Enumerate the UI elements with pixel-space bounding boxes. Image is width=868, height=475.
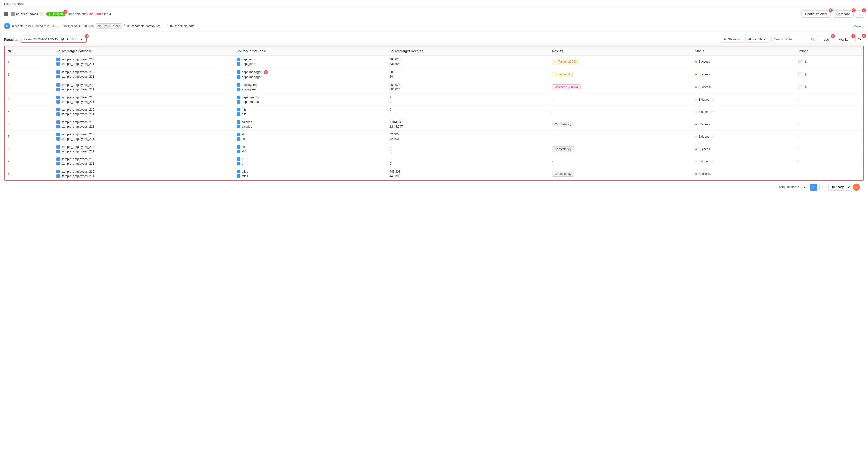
more-details-button[interactable]: More ∨ (854, 24, 864, 28)
configure-alert-button[interactable]: Configure Alert (801, 10, 831, 18)
time-selector-wrapper: Latest: 2023-10-11 15:15:51(UTC +08:... … (21, 36, 86, 43)
record-target: 0 (389, 150, 546, 153)
row-actions: - (795, 143, 864, 155)
per-page-select[interactable]: 10 / page (828, 184, 851, 190)
status-text: Skipped (699, 160, 709, 163)
status-badge: Finished (46, 12, 65, 17)
page-1-button[interactable]: 1 (810, 184, 817, 191)
breadcrumb-separator: / (12, 2, 12, 5)
compare-button[interactable]: Compare (833, 10, 854, 18)
tbl-icon-source (237, 132, 240, 136)
row-records: 0 0 (386, 155, 549, 168)
record-target: 0 (389, 113, 546, 116)
pagination: Total 10 Items ‹ 1 › 10 / page N (4, 181, 864, 194)
job-icon-1 (4, 12, 8, 16)
copy-icon[interactable]: ▦ (40, 12, 43, 16)
tbl-target-name: t (242, 162, 243, 166)
tbl-source-name: salaries (242, 120, 252, 124)
row-result: Consistency (549, 168, 692, 180)
results-header: Results Latest: 2023-10-11 15:15:51(UTC … (4, 36, 864, 43)
prev-page-button[interactable]: ‹ (801, 184, 808, 191)
db-source-name: sample_employees_210 (61, 157, 94, 161)
monitor-badge: 7 (851, 34, 856, 38)
skipped-dot: ● (695, 110, 697, 114)
table-row: 3 sample_employees_210 sample_employees_… (4, 81, 864, 93)
info-icon[interactable]: ⓘ (711, 159, 714, 164)
skip-label: Skip 4 (102, 12, 111, 16)
target-arrow: └ (167, 24, 169, 28)
tbl-target-name: titles (242, 174, 248, 178)
action-dash: - (798, 122, 799, 126)
table-row: 7 sample_employees_210 sample_employees_… (4, 130, 864, 143)
table-row: 5 sample_employees_210 sample_employees_… (4, 106, 864, 118)
header-bar: cd-s2cs6bd4d4 ▦ Finished 1 Inconsistency… (0, 8, 868, 21)
user-info: ninedata-test1 Created at 2023-10-11 15:… (12, 24, 94, 28)
row-no: 10 (4, 168, 53, 180)
next-page-button[interactable]: › (819, 184, 826, 191)
chevron-down-icon: ▼ (80, 38, 83, 41)
col-table: Source/Target Table (234, 47, 386, 56)
compare-wrapper: Compare 3 (833, 10, 854, 18)
row-status: ●Skipped ⓘ (692, 93, 794, 106)
download-icon[interactable]: ⬇ (804, 85, 807, 89)
view-detail-icon[interactable]: 📄 (798, 59, 803, 64)
time-selector[interactable]: Latest: 2023-10-11 15:15:51(UTC +08:... … (21, 36, 86, 43)
db-source-name: sample_employees_210 (61, 70, 94, 74)
row-actions: - (795, 168, 864, 180)
row-table: titles titles (234, 168, 386, 180)
row-result: In Target: 23580 (549, 56, 692, 68)
row-no: 8 (4, 143, 53, 155)
row-no: 7 (4, 130, 53, 143)
record-target: 2,844,047 (389, 125, 546, 128)
info-icon[interactable]: ⓘ (711, 110, 714, 114)
table-row: 8 sample_employees_210 sample_employees_… (4, 143, 864, 155)
info-icon[interactable]: ⓘ (711, 135, 714, 139)
row-records: 20 24 (386, 68, 549, 81)
row-table: sb sb (234, 130, 386, 143)
table-body: 1 sample_employees_210 sample_employees_… (4, 56, 864, 180)
info-icon[interactable]: ⓘ (711, 97, 714, 101)
monitor-wrapper: Monitor 7 (835, 36, 854, 43)
search-box[interactable]: 🔍 (771, 36, 818, 43)
tbl-source-name: employees (242, 83, 256, 87)
row-actions: - (795, 130, 864, 143)
row-status: ●Skipped ⓘ (692, 155, 794, 168)
view-detail-icon[interactable]: 📄 (798, 72, 803, 77)
tbl-target-name: sb1 (242, 150, 247, 153)
tbl-icon-target (237, 62, 240, 66)
db-target-name: sample_employees_211 (61, 88, 94, 91)
download-icon[interactable]: ⬇ (804, 59, 807, 64)
row-db: sample_employees_210 sample_employees_21… (53, 168, 234, 180)
results-table: NO. Source/Target Database Source/Target… (4, 47, 864, 180)
result-badge: In Target: 4 (552, 71, 572, 77)
log-wrapper: Log 6 (820, 36, 833, 43)
tbl-icon-target (237, 88, 240, 91)
record-source: 0 (389, 157, 546, 161)
tbl-icon-target (237, 125, 240, 128)
target-name: 02-jz-sample-data (170, 24, 194, 28)
db-icon-source (56, 145, 60, 149)
skipped-dot: ● (695, 135, 697, 139)
download-icon[interactable]: ⬇ (804, 72, 807, 77)
status-filter[interactable]: All Status ▼ (721, 36, 744, 43)
db-source-name: sample_employees_210 (61, 95, 94, 99)
breadcrumb-parent[interactable]: Data (4, 2, 10, 5)
result-badge: Different: 300024 (552, 84, 581, 90)
view-detail-icon[interactable]: 📄 (798, 85, 803, 89)
source-target-tag: Source & Target (96, 24, 122, 29)
job-id-container: cd-s2cs6bd4d4 ▦ (4, 12, 43, 16)
search-input[interactable] (774, 38, 809, 41)
row-db: sample_employees_210 sample_employees_21… (53, 56, 234, 68)
page-container: Data / Details cd-s2cs6bd4d4 ▦ Finished … (0, 0, 868, 475)
table-row: 1 sample_employees_210 sample_employees_… (4, 56, 864, 68)
success-dot: ● (695, 147, 697, 151)
db-icon-source (56, 83, 60, 87)
results-filter[interactable]: All Results ▼ (745, 36, 769, 43)
search-icon[interactable]: 🔍 (811, 38, 815, 41)
row-result: Consistency (549, 118, 692, 130)
db-icon-target (56, 113, 60, 116)
monitor-button[interactable]: Monitor (835, 36, 854, 43)
refresh-badge: 8 (862, 34, 866, 38)
record-source: 82,400 (389, 132, 546, 136)
success-dot: ● (695, 59, 697, 64)
